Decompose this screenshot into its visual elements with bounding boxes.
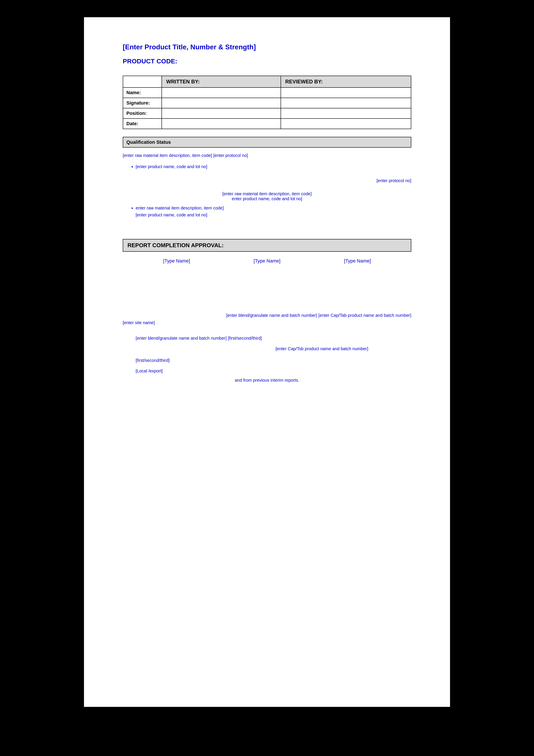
position-row: Position:: [123, 108, 411, 119]
position-label: Position:: [123, 108, 162, 119]
qualification-status-section: Qualification Status [enter raw material…: [123, 137, 411, 218]
qual-bullet-item-2: enter raw material item description, ite…: [136, 204, 411, 218]
bottom-para-4: [Local /export]: [123, 367, 411, 375]
bottom-para-3: [enter Cap/Tsb product name and batch nu…: [123, 345, 411, 352]
bottom-para-5: and from previous interim reports.: [123, 378, 411, 383]
product-code-label: PRODUCT CODE:: [123, 58, 411, 65]
signature-table: WRITTEN BY: REVIEWED BY: Name: Signature…: [123, 76, 411, 129]
qual-bullet-list-1: [enter product name, code and lot no]: [136, 163, 411, 170]
signature-written: [162, 98, 281, 108]
qual-bullet-list-2: enter raw material item description, ite…: [136, 204, 411, 218]
qualification-status-header: Qualification Status: [123, 137, 411, 148]
signature-label: Signature:: [123, 98, 162, 108]
name-written: [162, 88, 281, 98]
approval-name-2: [Type Name]: [254, 258, 281, 264]
bottom-para-2: [enter blend/granulate name and batch nu…: [123, 335, 411, 342]
bottom-para-3-cont: [first/second/third]: [123, 357, 411, 364]
approval-name-3: [Type Name]: [344, 258, 371, 264]
product-title: [Enter Product Title, Number & Strength]: [123, 43, 411, 51]
written-by-header: WRITTEN BY:: [162, 76, 281, 88]
signature-row: Signature:: [123, 98, 411, 108]
qual-protocol-no: [enter protocol no]: [123, 178, 411, 183]
position-reviewed: [281, 108, 411, 119]
date-reviewed: [281, 119, 411, 129]
name-row: Name:: [123, 88, 411, 98]
name-label: Name:: [123, 88, 162, 98]
date-written: [162, 119, 281, 129]
bottom-section: [enter blend/granulate name and batch nu…: [123, 311, 411, 383]
name-reviewed: [281, 88, 411, 98]
position-written: [162, 108, 281, 119]
report-approval-header: REPORT COMPLETION APPROVAL:: [123, 239, 411, 252]
approval-name-1: [Type Name]: [163, 258, 190, 264]
reviewed-by-header: REVIEWED BY:: [281, 76, 411, 88]
qual-bullet-item-1: [enter product name, code and lot no]: [136, 163, 411, 170]
qual-paragraph-1: [enter raw material item description, it…: [123, 152, 411, 159]
date-label: Date:: [123, 119, 162, 129]
qual-paragraph-2: [enter raw material item description, it…: [123, 191, 411, 201]
approval-names-row: [Type Name] [Type Name] [Type Name]: [123, 256, 411, 266]
date-row: Date:: [123, 119, 411, 129]
bottom-para-1: [enter blend/granulate name and batch nu…: [123, 311, 411, 326]
signature-reviewed: [281, 98, 411, 108]
report-approval-section: REPORT COMPLETION APPROVAL: [Type Name] …: [123, 239, 411, 266]
